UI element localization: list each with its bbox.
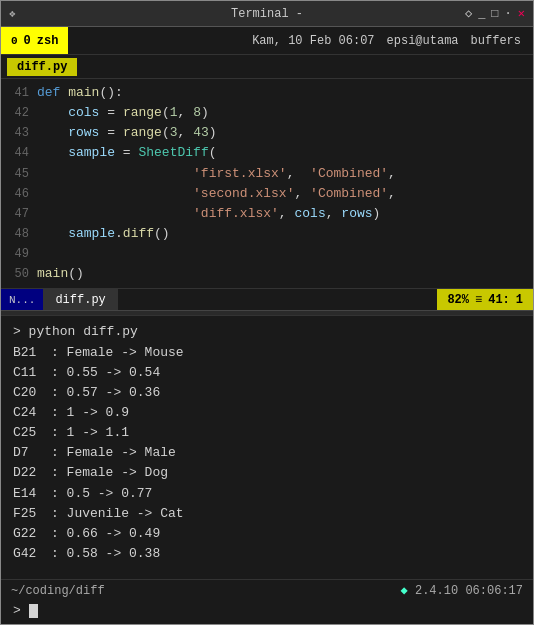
- term-out-8: F25: Juvenile -> Cat: [13, 504, 521, 524]
- tab-0[interactable]: 0 0 zsh: [1, 27, 68, 54]
- prompt-symbol: >: [13, 603, 21, 618]
- code-line-50: 50 main(): [1, 264, 533, 284]
- term-out-10: G42: 0.58 -> 0.38: [13, 544, 521, 564]
- term-out-5: D7: Female -> Male: [13, 443, 521, 463]
- terminal-path: ~/coding/diff: [11, 584, 105, 598]
- title-bar: ❖ Terminal - ◇ _ □ · ✕: [1, 1, 533, 27]
- status-top-left: Kam, 10 Feb 06:07: [252, 34, 374, 48]
- maximize-button[interactable]: □: [491, 7, 498, 21]
- term-out-4: C25: 1 -> 1.1: [13, 423, 521, 443]
- terminal-status-bar: ~/coding/diff ◆ 2.4.10 06:06:17: [1, 579, 533, 601]
- vim-position: 82% ≡ 41: 1: [437, 289, 533, 310]
- vim-lines-icon: ≡: [475, 293, 482, 307]
- terminal-version-info: ◆ 2.4.10 06:06:17: [401, 583, 523, 598]
- tab-0-num: 0: [11, 35, 18, 47]
- close-button[interactable]: ✕: [518, 6, 525, 21]
- window-title: Terminal -: [231, 7, 303, 21]
- term-out-9: G22: 0.66 -> 0.49: [13, 524, 521, 544]
- term-out-0: B21: Female -> Mouse: [13, 343, 521, 363]
- term-out-7: E14: 0.5 -> 0.77: [13, 484, 521, 504]
- terminal-command: > python diff.py: [13, 322, 521, 342]
- code-line-42: 42 cols = range(1, 8): [1, 103, 533, 123]
- vim-filename: diff.py: [43, 289, 117, 310]
- cursor: [29, 604, 38, 618]
- title-bar-left: ❖: [9, 7, 16, 20]
- vim-mode: N...: [1, 289, 43, 310]
- minimize-button[interactable]: _: [478, 7, 485, 21]
- dot-separator: ·: [505, 7, 512, 21]
- file-tab-active[interactable]: diff.py: [7, 58, 77, 76]
- code-area: 41 def main(): 42 cols = range(1, 8) 43 …: [1, 79, 533, 288]
- term-out-1: C11: 0.55 -> 0.54: [13, 363, 521, 383]
- terminal-icon: ❖: [9, 7, 16, 20]
- code-line-44: 44 sample = SheetDiff(: [1, 143, 533, 163]
- code-line-43: 43 rows = range(3, 43): [1, 123, 533, 143]
- terminal-prompt[interactable]: >: [1, 601, 533, 624]
- diamond-icon: ◆: [401, 584, 408, 598]
- code-line-48: 48 sample.diff(): [1, 224, 533, 244]
- tab-right-info: Kam, 10 Feb 06:07 epsi@utama buffers: [240, 34, 533, 48]
- code-line-49: 49: [1, 244, 533, 264]
- term-out-6: D22: Female -> Dog: [13, 463, 521, 483]
- tab-bar: 0 0 zsh Kam, 10 Feb 06:07 epsi@utama buf…: [1, 27, 533, 55]
- vim-statusline: N... diff.py 82% ≡ 41: 1: [1, 288, 533, 310]
- term-out-3: C24: 1 -> 0.9: [13, 403, 521, 423]
- code-line-47: 47 'diff.xlsx', cols, rows): [1, 204, 533, 224]
- buffers-label: buffers: [471, 34, 521, 48]
- code-line-46: 46 'second.xlsx', 'Combined',: [1, 184, 533, 204]
- code-line-41: 41 def main():: [1, 83, 533, 103]
- code-line-45: 45 'first.xlsx', 'Combined',: [1, 164, 533, 184]
- title-bar-controls: ◇ _ □ · ✕: [465, 6, 525, 21]
- term-out-2: C20: 0.57 -> 0.36: [13, 383, 521, 403]
- terminal-area[interactable]: > python diff.py B21: Female -> Mouse C1…: [1, 316, 533, 579]
- vim-line-num: 41:: [488, 293, 510, 307]
- terminal-window: ❖ Terminal - ◇ _ □ · ✕ 0 0 zsh Kam, 10 F…: [0, 0, 534, 625]
- vim-col-num: 1: [516, 293, 523, 307]
- file-tab-bar: diff.py: [1, 55, 533, 79]
- vim-percent: 82%: [447, 293, 469, 307]
- status-top-right: epsi@utama: [387, 34, 459, 48]
- tab-0-num2: 0: [24, 34, 31, 48]
- tab-0-shell: zsh: [37, 34, 59, 48]
- alert-icon: ◇: [465, 6, 472, 21]
